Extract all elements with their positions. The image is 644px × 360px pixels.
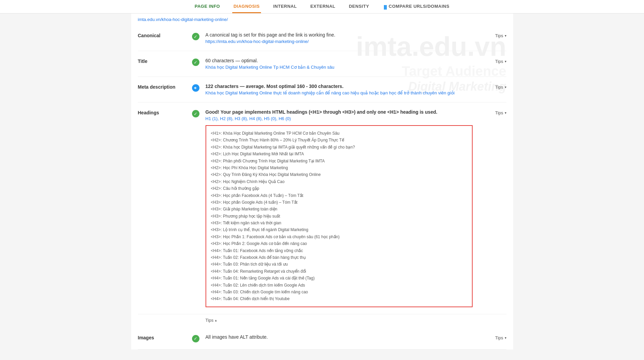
- canonical-tips-button[interactable]: Tips ▾: [495, 33, 506, 38]
- nav-density[interactable]: DENSITY: [348, 0, 371, 13]
- nav-internal[interactable]: INTERNAL: [272, 0, 298, 13]
- images-icon: ✓: [192, 334, 206, 342]
- title-icon: ✓: [192, 58, 206, 66]
- heading-item: <H4>: Tuần 04: Remarketing Retarget và c…: [211, 268, 467, 275]
- meta-description-icon: [192, 84, 206, 92]
- meta-description-row: Meta description 122 characters — averag…: [138, 77, 506, 103]
- heading-item: <H4>: Tuần 03: Chiến dịch Google tìm kiế…: [211, 289, 467, 295]
- headings-box: <H1>: Khóa Học Digital Marketing Online …: [206, 125, 473, 307]
- heading-item: <H2>: Câu hỏi thường gặp: [211, 185, 467, 192]
- heading-item: <H3>: Học phần Google Ads (4 tuần) – Tóm…: [211, 199, 467, 206]
- canonical-label: Canonical: [138, 32, 192, 38]
- images-tips[interactable]: Tips ▾: [473, 334, 506, 340]
- nav-compare[interactable]: COMPARE URLS/DOMAINS: [381, 0, 451, 13]
- chevron-down-icon: ▾: [505, 336, 506, 340]
- heading-item: <H2>: Học Nghiệm Chính Hiệu Quả Cao: [211, 178, 467, 185]
- heading-item: <H2>: Phân phối Chương Trình Học Digital…: [211, 158, 467, 164]
- meta-description-tips[interactable]: Tips ▾: [473, 84, 506, 90]
- nav-external[interactable]: EXTERNAL: [309, 0, 337, 13]
- check-icon: ✓: [192, 59, 199, 66]
- nav-diagnosis[interactable]: DIAGNOSIS: [232, 0, 261, 13]
- canonical-content: A canonical tag is set for this page and…: [206, 32, 473, 44]
- bar-chart-icon: [383, 4, 387, 8]
- heading-item: <H4>: Tuần 03: Phân tích dữ liệu và tối …: [211, 261, 467, 268]
- canonical-icon: ✓: [192, 32, 206, 40]
- headings-icon: ✓: [192, 109, 206, 117]
- heading-item: <H3>: Học Phần 2: Google Ads cơ bản đến …: [211, 240, 467, 247]
- heading-item: <H2>: Lịch Học Digital Marketing Mới Nhấ…: [211, 151, 467, 157]
- headings-tips[interactable]: Tips ▾: [473, 109, 506, 115]
- headings-row: Headings ✓ Good! Your page implements HT…: [138, 103, 506, 314]
- heading-item: <H3>: Giải pháp Marketing toàn diện: [211, 206, 467, 212]
- title-tips-button[interactable]: Tips ▾: [495, 59, 506, 64]
- headings-label: Headings: [138, 109, 192, 115]
- nav-page-info[interactable]: PAGE INFO: [193, 0, 221, 13]
- canonical-sub-text: https://imta.edu.vn/khoa-hoc-digital-mar…: [206, 39, 473, 44]
- meta-description-label: Meta description: [138, 84, 192, 90]
- heading-item: <H3>: Học phần Facebook Ads (4 Tuần) – T…: [211, 192, 467, 199]
- canonical-tips[interactable]: Tips ▾: [473, 32, 506, 38]
- meta-description-tips-button[interactable]: Tips ▾: [495, 85, 506, 90]
- meta-description-content: 122 characters — average. Most optimal 1…: [206, 84, 473, 95]
- images-tips-button[interactable]: Tips ▾: [495, 335, 506, 340]
- heading-item: <H2>: Học Phí Khóa Học Digital Marketing: [211, 164, 467, 171]
- heading-item: <H4>: Tuần 04: Chiến dịch hiển thị Youtu…: [211, 295, 467, 302]
- info-icon: [192, 84, 199, 92]
- meta-description-main-text: 122 characters — average. Most optimal 1…: [206, 84, 473, 89]
- heading-item: <H4>: Tuần 01: Nền tảng Google Ads và cà…: [211, 275, 467, 282]
- images-content: All images have ALT attribute.: [206, 334, 473, 341]
- title-row: Title ✓ 60 characters — optimal. Khóa họ…: [138, 51, 506, 77]
- headings-tips-bottom[interactable]: Tips ▴: [138, 314, 506, 328]
- headings-main-text: Good! Your page implements HTML headings…: [206, 109, 473, 115]
- heading-item: <H4>: Tuần 02: Lên chiến dịch tìm kiếm G…: [211, 282, 467, 289]
- heading-item: <H3>: Học Phần 1: Facebook Ads cơ bản và…: [211, 233, 467, 240]
- heading-item: <H2>: Quy Trình Đăng Ký Khóa Học Digital…: [211, 171, 467, 178]
- chevron-up-icon: ▴: [215, 318, 217, 322]
- images-label: Images: [138, 334, 192, 340]
- main-content: imta.edu.vn Target Audience Digital Mark…: [131, 14, 513, 350]
- check-icon: ✓: [192, 110, 199, 117]
- check-icon: ✓: [192, 33, 199, 40]
- title-main-text: 60 characters — optimal.: [206, 58, 473, 63]
- chevron-down-icon: ▾: [505, 85, 506, 89]
- heading-item: <H3>: Tiết kiệm ngân sách và thời gian: [211, 220, 467, 226]
- title-label: Title: [138, 58, 192, 64]
- heading-item: <H4>: Tuần 02: Facebook Ads để bán hàng …: [211, 254, 467, 261]
- headings-tips-button[interactable]: Tips ▾: [495, 110, 506, 115]
- chevron-down-icon: ▾: [505, 111, 506, 115]
- check-icon: ✓: [192, 335, 199, 342]
- heading-item: <H2>: Khóa học Digital Marketing tại IMT…: [211, 144, 467, 151]
- heading-item: <H3>: Phương pháp học tập hiệu suất: [211, 213, 467, 220]
- images-row: Images ✓ All images have ALT attribute. …: [138, 328, 506, 350]
- page-url: imta.edu.vn/khoa-hoc-digital-marketing-o…: [138, 14, 506, 25]
- canonical-row: Canonical ✓ A canonical tag is set for t…: [138, 25, 506, 51]
- chevron-down-icon: ▾: [505, 34, 506, 38]
- canonical-main-text: A canonical tag is set for this page and…: [206, 32, 473, 38]
- chevron-down-icon: ▾: [505, 60, 506, 63]
- heading-item: <H2>: Chương Trình Thực Hành 80% – 20% L…: [211, 137, 467, 143]
- headings-tags: H1 (1), H2 (8), H3 (8), H4 (8), H5 (0), …: [206, 116, 473, 121]
- heading-item: <H4>: Tuần 01: Facebook Ads nền tảng vữn…: [211, 247, 467, 254]
- title-sub-text: Khóa học Digital Marketing Online Tp HCM…: [206, 65, 473, 70]
- headings-tips-bottom-button[interactable]: Tips ▴: [206, 318, 217, 323]
- title-content: 60 characters — optimal. Khóa học Digita…: [206, 58, 473, 70]
- heading-item: <H3>: Lộ trình cụ thể, thực tế ngành Dig…: [211, 226, 467, 233]
- heading-item: <H1>: Khóa Học Digital Marketing Online …: [211, 130, 467, 137]
- meta-description-sub-text: Khóa học Digital Marketing Online thực t…: [206, 90, 473, 95]
- title-tips[interactable]: Tips ▾: [473, 58, 506, 64]
- headings-content: Good! Your page implements HTML headings…: [206, 109, 473, 307]
- top-nav: PAGE INFO DIAGNOSIS INTERNAL EXTERNAL DE…: [0, 0, 644, 14]
- images-main-text: All images have ALT attribute.: [206, 334, 473, 340]
